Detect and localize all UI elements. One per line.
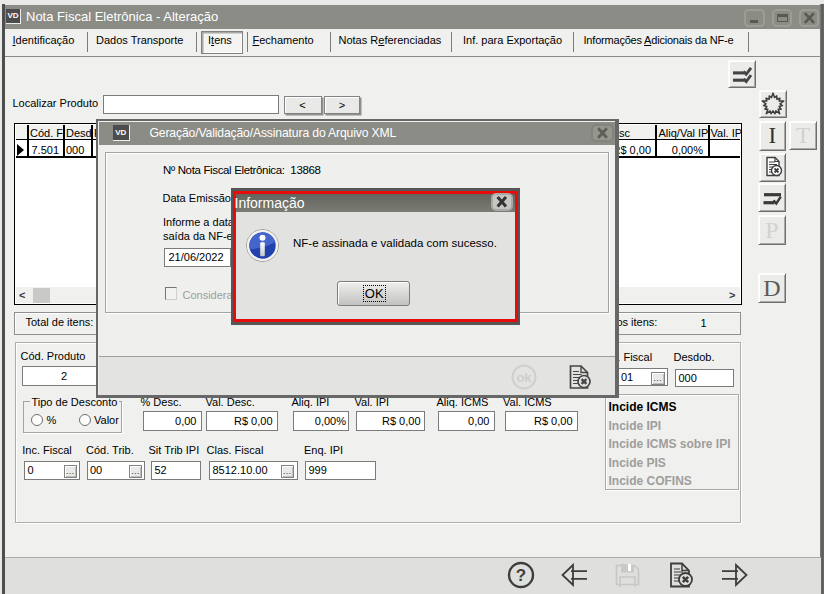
svg-text:?: ?: [516, 566, 526, 585]
svg-text:ok: ok: [516, 370, 532, 385]
